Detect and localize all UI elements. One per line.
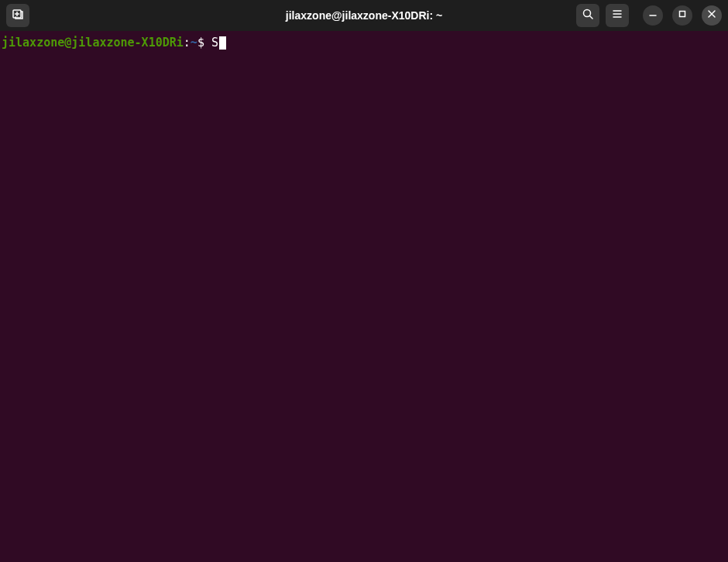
titlebar-right bbox=[576, 4, 722, 27]
command-input[interactable]: S bbox=[211, 36, 218, 50]
prompt-colon: : bbox=[184, 36, 191, 50]
close-icon bbox=[706, 8, 718, 23]
svg-rect-2 bbox=[680, 12, 685, 17]
menu-button[interactable] bbox=[606, 4, 629, 27]
window-title: jilaxzone@jilaxzone-X10DRi: ~ bbox=[286, 9, 442, 22]
titlebar: jilaxzone@jilaxzone-X10DRi: ~ bbox=[0, 0, 728, 31]
terminal-body[interactable]: jilaxzone@jilaxzone-X10DRi:~$ S bbox=[0, 31, 728, 56]
prompt-path: ~ bbox=[191, 36, 197, 50]
titlebar-left bbox=[6, 4, 29, 27]
cursor bbox=[219, 36, 226, 50]
hamburger-icon bbox=[611, 8, 623, 23]
new-tab-button[interactable] bbox=[6, 4, 29, 27]
minimize-button[interactable] bbox=[643, 5, 663, 26]
maximize-button[interactable] bbox=[672, 5, 692, 26]
search-button[interactable] bbox=[576, 4, 599, 27]
window-controls bbox=[643, 5, 722, 26]
search-icon bbox=[582, 8, 594, 23]
prompt-user-host: jilaxzone@jilaxzone-X10DRi bbox=[2, 36, 184, 50]
prompt-line: jilaxzone@jilaxzone-X10DRi:~$ S bbox=[2, 36, 726, 51]
prompt-dollar: $ bbox=[197, 36, 204, 50]
maximize-icon bbox=[676, 8, 689, 23]
close-button[interactable] bbox=[702, 5, 722, 26]
minimize-icon bbox=[647, 8, 659, 23]
new-tab-icon bbox=[12, 8, 24, 23]
